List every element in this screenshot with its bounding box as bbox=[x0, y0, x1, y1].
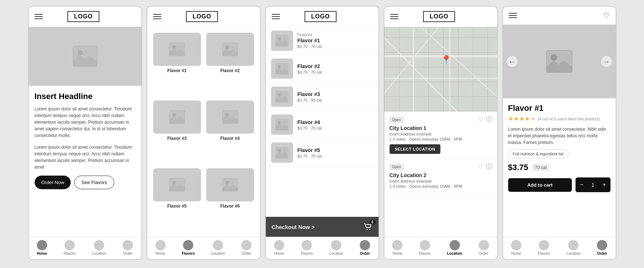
flavor-row-3[interactable]: Flavor #3 $3.75 · 90 cal bbox=[266, 83, 379, 111]
order-now-button[interactable]: Order Now bbox=[35, 176, 71, 189]
flavor-4-label: Flavor #4 bbox=[220, 136, 240, 141]
flavor-row-2[interactable]: Flavor #2 $3.75 · 70 cal bbox=[266, 55, 379, 83]
nav-flavors-3[interactable]: Flavors bbox=[301, 240, 313, 255]
qty-increase-button[interactable]: + bbox=[598, 177, 610, 192]
screen4-phone: LOGO 📍 Open ♡ ⓘ City Location 1 bbox=[384, 6, 498, 260]
cart-count: 6 bbox=[370, 220, 376, 225]
map-area[interactable]: 📍 bbox=[384, 27, 497, 112]
flavor-row-4[interactable]: Flavor #4 $3.75 · 70 cal bbox=[266, 111, 379, 139]
flavor5-info: Flavor #5 $3.75 · 75 cal bbox=[298, 147, 373, 158]
featured-meta: $3.75 · 70 cal bbox=[298, 44, 373, 49]
svg-point-25 bbox=[369, 229, 370, 230]
nav-home-4[interactable]: Home bbox=[392, 240, 402, 255]
flavor2-name: Flavor #2 bbox=[298, 63, 373, 69]
bottom-nav-1: Home Flavors Location Order bbox=[29, 237, 141, 259]
nav-order[interactable]: Order bbox=[123, 240, 133, 255]
location-2-hours: 1.0 miles · Opens everyday 10AM - 9PM bbox=[390, 184, 492, 188]
logo-3: LOGO bbox=[305, 11, 337, 22]
nutrition-link[interactable]: Full nutrition & ingredient list bbox=[508, 149, 569, 158]
body-text-1: Lorem ipsum dolor sit amet consectetur. … bbox=[35, 106, 136, 139]
add-to-cart-button[interactable]: Add to cart bbox=[508, 178, 572, 192]
headline: Insert Headline bbox=[35, 92, 136, 101]
flavor5-thumb bbox=[271, 142, 293, 163]
flavor4-info: Flavor #4 $3.75 · 70 cal bbox=[298, 119, 373, 130]
nav-order-icon bbox=[123, 240, 133, 250]
screen3-header: LOGO bbox=[266, 7, 379, 27]
info-icon-2[interactable]: ⓘ bbox=[486, 163, 492, 171]
bottom-nav-4: Home Flavors Location Order bbox=[384, 237, 497, 259]
nav-flavors-icon-2 bbox=[183, 240, 193, 250]
nav-order-3[interactable]: Order bbox=[360, 240, 370, 255]
product-price: $3.75 bbox=[508, 163, 528, 172]
flavor-row-5[interactable]: Flavor #5 $3.75 · 75 cal bbox=[266, 139, 379, 167]
hamburger-icon-4[interactable] bbox=[390, 14, 398, 19]
nav-home[interactable]: Home bbox=[37, 240, 47, 255]
see-flavors-button[interactable]: See Flavors bbox=[74, 176, 114, 189]
location-1-icons: ♡ ⓘ bbox=[478, 116, 492, 124]
heart-icon-1[interactable]: ♡ bbox=[478, 116, 483, 124]
open-badge-2: Open bbox=[390, 164, 404, 170]
nav-order-icon-2 bbox=[241, 240, 251, 250]
flavor-card-5[interactable]: Flavor #5 bbox=[153, 168, 201, 231]
hero-image bbox=[29, 27, 141, 86]
location-list: Open ♡ ⓘ City Location 1 Insert Address … bbox=[384, 112, 497, 237]
nav-flavors[interactable]: Flavors bbox=[64, 240, 76, 255]
quantity-control: − 1 + bbox=[576, 177, 610, 192]
svg-point-34 bbox=[550, 54, 557, 61]
nav-home-2[interactable]: Home bbox=[155, 240, 166, 255]
nav-location-3[interactable]: Location bbox=[329, 240, 343, 255]
location-card-1[interactable]: Open ♡ ⓘ City Location 1 Insert Address … bbox=[384, 112, 497, 159]
flavor-grid: Flavor #1 Flavor #2 Flavor #3 bbox=[147, 27, 260, 237]
nav-location-4[interactable]: Location bbox=[447, 240, 462, 255]
flavor-card-2[interactable]: Flavor #2 bbox=[206, 33, 254, 95]
hamburger-icon-3[interactable] bbox=[272, 14, 280, 19]
flavor-row-featured[interactable]: Featured Flavor #1 $3.75 · 70 cal bbox=[266, 27, 379, 55]
next-image-button[interactable]: → bbox=[601, 56, 612, 67]
nav-location[interactable]: Location bbox=[92, 240, 106, 255]
flavor3-info: Flavor #3 $3.75 · 90 cal bbox=[298, 91, 373, 102]
flavor-card-4[interactable]: Flavor #4 bbox=[206, 100, 254, 163]
nav-flavors-4[interactable]: Flavors bbox=[419, 240, 431, 255]
select-location-button[interactable]: SELECT LOCATION bbox=[390, 144, 441, 154]
flavor4-name: Flavor #4 bbox=[298, 119, 373, 125]
flavor-4-image bbox=[206, 100, 254, 134]
svg-point-5 bbox=[225, 45, 229, 49]
flavor-2-image bbox=[206, 33, 254, 66]
checkout-bar[interactable]: Checkout Now > 6 bbox=[266, 217, 379, 237]
flavor-5-image bbox=[153, 168, 201, 201]
nav-home-3[interactable]: Home bbox=[274, 240, 284, 255]
nav-location-2[interactable]: Location bbox=[211, 240, 225, 255]
location-card-2[interactable]: Open ♡ ⓘ City Location 2 Insert Address … bbox=[384, 159, 497, 196]
flavor-card-6[interactable]: Flavor #6 bbox=[206, 168, 254, 231]
hamburger-icon-2[interactable] bbox=[153, 14, 161, 19]
checkout-label: Checkout Now > bbox=[272, 224, 315, 230]
flavor-card-1[interactable]: Flavor #1 bbox=[153, 33, 201, 95]
nav-order-5[interactable]: Order bbox=[597, 240, 607, 255]
nav-home-icon bbox=[37, 240, 47, 250]
prev-image-button[interactable]: ← bbox=[507, 56, 518, 67]
nav-flavors-5[interactable]: Flavors bbox=[538, 240, 550, 255]
heart-icon-2[interactable]: ♡ bbox=[478, 163, 483, 171]
svg-point-13 bbox=[225, 181, 229, 184]
flavor3-name: Flavor #3 bbox=[298, 91, 373, 97]
hamburger-icon-5[interactable] bbox=[509, 13, 517, 18]
hamburger-icon[interactable] bbox=[35, 14, 43, 19]
qty-decrease-button[interactable]: − bbox=[576, 177, 588, 192]
nav-home-5[interactable]: Home bbox=[511, 240, 521, 255]
nav-flavors-icon-3 bbox=[302, 240, 312, 250]
flavor3-thumb bbox=[271, 87, 293, 107]
screen2-phone: LOGO Flavor #1 Flavor #2 bbox=[147, 6, 261, 260]
nav-location-5[interactable]: Location bbox=[566, 240, 580, 255]
location-1-hours: 1.0 miles · Opens everyday 10AM - 9PM bbox=[390, 137, 492, 141]
body-text-2: Lorem ipsum dolor sit amet consectetur. … bbox=[35, 144, 136, 170]
nav-order-2[interactable]: Order bbox=[241, 240, 251, 255]
svg-point-1 bbox=[78, 50, 83, 55]
info-icon-1[interactable]: ⓘ bbox=[486, 116, 492, 124]
wishlist-icon[interactable]: ♡ bbox=[603, 11, 610, 20]
nav-flavors-2[interactable]: Flavors bbox=[182, 240, 195, 255]
flavor5-meta: $3.75 · 75 cal bbox=[298, 154, 373, 158]
cal-badge: 70 cal bbox=[532, 164, 550, 171]
flavor-card-3[interactable]: Flavor #3 bbox=[153, 100, 201, 163]
flavor-3-image bbox=[153, 100, 201, 134]
nav-order-4[interactable]: Order bbox=[479, 240, 489, 255]
